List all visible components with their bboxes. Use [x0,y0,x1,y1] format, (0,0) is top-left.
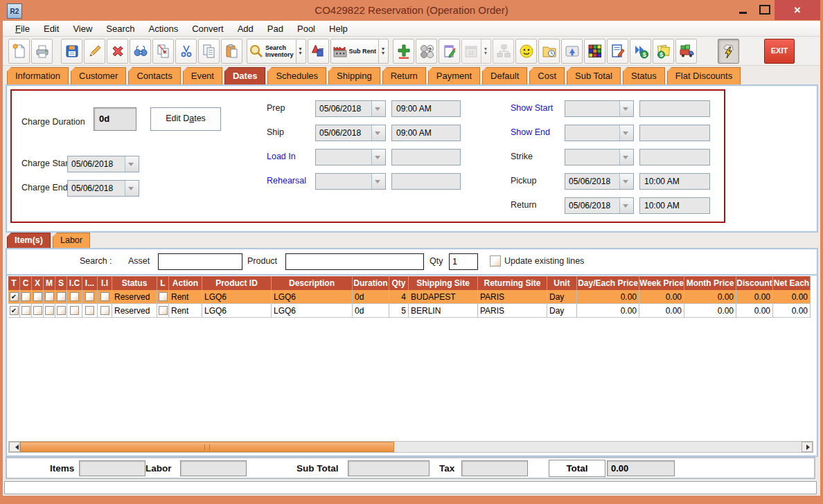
col-returning_site[interactable]: Returning Site [478,276,547,290]
col-c[interactable]: C [20,276,32,290]
tab-shipping[interactable]: Shipping [328,67,380,84]
update-existing-lines-checkbox[interactable] [490,255,501,267]
col-ii[interactable]: I.I [98,276,112,290]
checkbox[interactable] [33,292,42,301]
charge-start-date-combo[interactable]: 05/06/2018 [67,156,139,172]
truck-button[interactable] [675,39,697,64]
show-start-label[interactable]: Show Start [511,103,553,113]
menu-convert[interactable]: Convert [185,21,231,36]
keyboard-key-button[interactable] [561,39,583,64]
forward-money-button[interactable]: $ [630,39,651,64]
close-button[interactable]: × [775,0,820,20]
paste-button[interactable] [221,39,242,64]
rehearsal-date-combo[interactable] [315,173,386,190]
show-end-time-field[interactable] [639,125,710,141]
asset-search-input[interactable] [158,253,242,270]
tab-customer[interactable]: Customer [71,67,126,84]
chevron-down-icon[interactable] [371,101,385,116]
checkbox-checked[interactable]: ✔ [10,292,19,301]
return-time-field[interactable]: 10:00 AM [639,197,710,214]
show-end-label[interactable]: Show End [511,127,550,137]
load-in-label[interactable]: Load In [267,152,296,161]
col-id[interactable]: I... [82,276,98,290]
checkbox[interactable] [57,306,66,315]
doc-edit-button[interactable] [607,39,628,64]
table-row[interactable]: ✔ReservedRentLGQ6LGQ60d5BERLINPARISDay0.… [8,304,811,318]
menu-search[interactable]: Search [99,21,141,36]
load-in-time-field[interactable] [391,149,461,165]
menu-view[interactable]: View [66,21,99,36]
scroll-left-icon[interactable] [9,442,20,452]
edit-pencil-button[interactable] [84,39,105,64]
ship-time-field[interactable]: 09:00 AM [391,125,461,141]
new-document-button[interactable] [8,39,30,64]
checkbox[interactable] [33,306,42,315]
checkbox[interactable] [21,292,30,301]
prep-date-combo[interactable]: 05/06/2018 [315,100,386,117]
tab-schedules[interactable]: Schedules [267,67,326,84]
tab-sub-total[interactable]: Sub Total [567,67,621,84]
checkbox-checked[interactable]: ✔ [10,306,19,315]
export-document-button[interactable] [152,39,174,64]
prep-time-field[interactable]: 09:00 AM [391,100,461,117]
checkbox[interactable] [70,306,79,315]
chevron-down-icon[interactable] [619,198,633,213]
add-button[interactable] [393,39,414,64]
horizontal-scrollbar[interactable] [8,441,813,453]
group-question-button[interactable]: ? [416,39,437,64]
menu-edit[interactable]: Edit [37,21,66,36]
chevron-down-icon[interactable] [125,181,139,196]
col-unit[interactable]: Unit [547,276,577,290]
chevron-down-icon[interactable]: ▾▾ [296,39,305,63]
table-row[interactable]: ✔ReservedRentLGQ6LGQ60d4BUDAPESTPARISDay… [8,290,811,304]
chevron-down-icon[interactable] [619,174,633,189]
tab-event[interactable]: Event [183,67,222,84]
menu-file[interactable]: File [8,21,37,36]
tab-cost[interactable]: Cost [529,67,565,84]
checkbox[interactable] [21,306,30,315]
show-start-date-combo[interactable] [565,100,634,117]
col-duration[interactable]: Duration [353,276,389,290]
tab-default[interactable]: Default [482,67,527,84]
col-description[interactable]: Description [272,276,353,290]
chevron-down-icon[interactable] [371,174,385,189]
print-button[interactable] [31,39,53,64]
checkbox[interactable] [45,292,54,301]
copy-button[interactable] [198,39,220,64]
menu-pad[interactable]: Pad [260,21,290,36]
rehearsal-label[interactable]: Rehearsal [267,176,306,186]
col-action[interactable]: Action [169,276,202,290]
qty-input[interactable] [449,253,478,270]
col-qty[interactable]: Qty [389,276,409,290]
col-shipping_site[interactable]: Shipping Site [409,276,478,290]
delete-button[interactable] [107,39,128,64]
chevron-down-icon[interactable]: ▾▾ [378,39,387,63]
smiley-button[interactable] [515,39,537,64]
charge-end-date-combo[interactable]: 05/06/2018 [67,180,139,197]
tab-labor[interactable]: Labor [53,233,90,248]
chevron-down-icon[interactable] [371,150,385,165]
rehearsal-time-field[interactable] [391,173,461,190]
chevron-down-icon[interactable] [125,156,139,172]
col-s[interactable]: S [55,276,67,290]
col-net_each[interactable]: Net Each [773,276,811,290]
checkbox[interactable] [45,306,54,315]
menu-actions[interactable]: Actions [142,21,186,36]
checkbox[interactable] [70,292,79,301]
org-chart-button[interactable] [493,39,514,64]
strike-date-combo[interactable] [565,149,634,165]
col-day_each_price[interactable]: Day/Each Price [577,276,639,290]
col-x[interactable]: X [32,276,44,290]
chevron-down-icon[interactable]: ▾▾ [481,39,490,63]
search-inventory-button[interactable]: SearchInventory▾▾ [247,39,306,64]
return-date-combo[interactable]: 05/06/2018 [565,197,634,214]
folder-clock-button[interactable] [538,39,560,64]
show-end-date-combo[interactable] [565,125,634,141]
checkbox[interactable] [100,292,109,301]
col-month_price[interactable]: Month Price [684,276,736,290]
checkbox[interactable] [159,292,168,301]
tab-item-s[interactable]: Item(s) [7,233,51,248]
ship-date-combo[interactable]: 05/06/2018 [315,125,386,141]
scrollbar-thumb[interactable] [20,442,394,452]
tab-information[interactable]: Information [7,67,69,84]
